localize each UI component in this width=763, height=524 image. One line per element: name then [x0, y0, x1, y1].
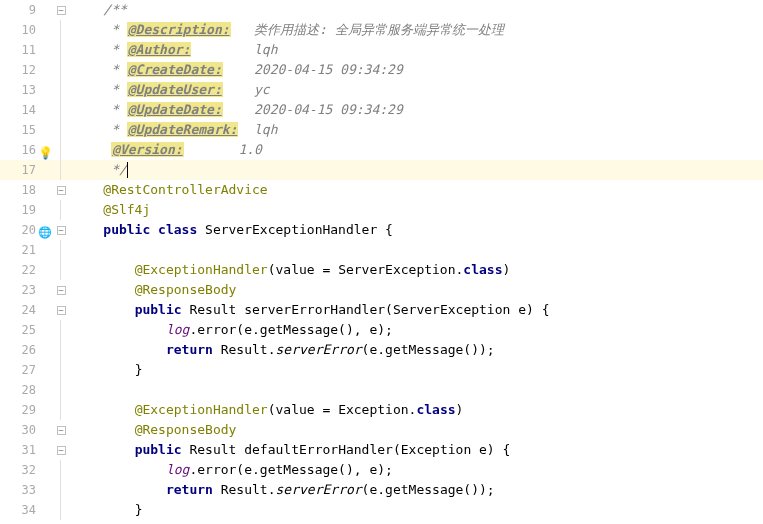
code-line[interactable]: 29 @ExceptionHandler(value = Exception.c…	[0, 400, 763, 420]
fold-gutter-cell[interactable]	[54, 140, 68, 160]
code-text[interactable]: @Version: 1.0	[68, 140, 262, 160]
fold-gutter-cell[interactable]	[54, 360, 68, 380]
line-number[interactable]: 12	[0, 60, 54, 80]
code-line[interactable]: 28	[0, 380, 763, 400]
fold-gutter-cell[interactable]	[54, 240, 68, 260]
line-number[interactable]: 25	[0, 320, 54, 340]
fold-gutter-cell[interactable]	[54, 320, 68, 340]
code-line[interactable]: 11 * @Author: lqh	[0, 40, 763, 60]
fold-gutter-cell[interactable]	[54, 200, 68, 220]
code-text[interactable]: /**	[68, 0, 127, 20]
code-text[interactable]: public Result serverErrorHandler(ServerE…	[68, 300, 549, 320]
fold-toggle-icon[interactable]: −	[57, 6, 66, 15]
code-text[interactable]: @RestControllerAdvice	[68, 180, 268, 200]
code-text[interactable]: public class ServerExceptionHandler {	[68, 220, 393, 240]
code-line[interactable]: 23 − @ResponseBody	[0, 280, 763, 300]
code-text[interactable]: * @CreateDate: 2020-04-15 09:34:29	[68, 60, 403, 80]
line-number[interactable]: 11	[0, 40, 54, 60]
line-number[interactable]: 27	[0, 360, 54, 380]
code-text[interactable]: log.error(e.getMessage(), e);	[68, 460, 393, 480]
code-line[interactable]: 15 * @UpdateRemark: lqh	[0, 120, 763, 140]
fold-gutter-cell[interactable]: −	[54, 300, 68, 320]
code-line[interactable]: 9 − /**	[0, 0, 763, 20]
fold-gutter-cell[interactable]	[54, 60, 68, 80]
line-number[interactable]: 23	[0, 280, 54, 300]
code-text[interactable]: @ExceptionHandler(value = ServerExceptio…	[68, 260, 510, 280]
fold-toggle-icon[interactable]: −	[57, 226, 66, 235]
code-text[interactable]: @Slf4j	[68, 200, 150, 220]
code-line[interactable]: 14 * @UpdateDate: 2020-04-15 09:34:29	[0, 100, 763, 120]
code-text[interactable]: * @Description: 类作用描述: 全局异常服务端异常统一处理	[68, 20, 504, 40]
fold-gutter-cell[interactable]: −	[54, 180, 68, 200]
code-text[interactable]: return Result.serverError(e.getMessage()…	[68, 480, 495, 500]
code-line[interactable]: 10 * @Description: 类作用描述: 全局异常服务端异常统一处理	[0, 20, 763, 40]
code-line[interactable]: 27 }	[0, 360, 763, 380]
fold-gutter-cell[interactable]: −	[54, 420, 68, 440]
fold-gutter-cell[interactable]	[54, 400, 68, 420]
code-text[interactable]: @ResponseBody	[68, 280, 236, 300]
fold-gutter-cell[interactable]: −	[54, 440, 68, 460]
code-line[interactable]: 24 − public Result serverErrorHandler(Se…	[0, 300, 763, 320]
fold-gutter-cell[interactable]	[54, 120, 68, 140]
code-text[interactable]: }	[68, 500, 142, 520]
fold-toggle-icon[interactable]: −	[57, 426, 66, 435]
fold-gutter-cell[interactable]	[54, 480, 68, 500]
code-text[interactable]: * @Author: lqh	[68, 40, 278, 60]
line-number[interactable]: 14	[0, 100, 54, 120]
code-line[interactable]: 18 − @RestControllerAdvice	[0, 180, 763, 200]
code-line[interactable]: 17 */	[0, 160, 763, 180]
fold-gutter-cell[interactable]	[54, 100, 68, 120]
line-number[interactable]: 30	[0, 420, 54, 440]
code-line[interactable]: 32 log.error(e.getMessage(), e);	[0, 460, 763, 480]
code-text[interactable]: * @UpdateUser: yc	[68, 80, 270, 100]
line-number[interactable]: 24	[0, 300, 54, 320]
line-number[interactable]: 10	[0, 20, 54, 40]
code-text[interactable]: }	[68, 360, 142, 380]
code-text[interactable]: * @UpdateRemark: lqh	[68, 120, 278, 140]
line-number[interactable]: 28	[0, 380, 54, 400]
fold-gutter-cell[interactable]: −	[54, 280, 68, 300]
code-text[interactable]: public Result defaultErrorHandler(Except…	[68, 440, 510, 460]
code-text[interactable]: * @UpdateDate: 2020-04-15 09:34:29	[68, 100, 403, 120]
code-editor[interactable]: 9 − /** 10 * @Description: 类作用描述: 全局异常服务…	[0, 0, 763, 524]
fold-gutter-cell[interactable]	[54, 340, 68, 360]
fold-gutter-cell[interactable]	[54, 260, 68, 280]
code-line[interactable]: 16💡 @Version: 1.0	[0, 140, 763, 160]
code-text[interactable]: */	[68, 160, 128, 180]
code-line[interactable]: 31 − public Result defaultErrorHandler(E…	[0, 440, 763, 460]
line-number[interactable]: 18	[0, 180, 54, 200]
line-number[interactable]: 20🌐	[0, 220, 54, 240]
code-text[interactable]: @ExceptionHandler(value = Exception.clas…	[68, 400, 463, 420]
line-number[interactable]: 33	[0, 480, 54, 500]
line-number[interactable]: 17	[0, 160, 54, 180]
code-line[interactable]: 21	[0, 240, 763, 260]
line-number[interactable]: 31	[0, 440, 54, 460]
fold-toggle-icon[interactable]: −	[57, 186, 66, 195]
code-line[interactable]: 33 return Result.serverError(e.getMessag…	[0, 480, 763, 500]
code-text[interactable]: return Result.serverError(e.getMessage()…	[68, 340, 495, 360]
code-text[interactable]	[68, 240, 72, 260]
code-text[interactable]	[68, 380, 72, 400]
code-line[interactable]: 34 }	[0, 500, 763, 520]
code-line[interactable]: 20🌐 − public class ServerExceptionHandle…	[0, 220, 763, 240]
line-number[interactable]: 15	[0, 120, 54, 140]
line-number[interactable]: 32	[0, 460, 54, 480]
fold-toggle-icon[interactable]: −	[57, 286, 66, 295]
fold-gutter-cell[interactable]	[54, 20, 68, 40]
fold-gutter-cell[interactable]	[54, 160, 68, 180]
line-number[interactable]: 26	[0, 340, 54, 360]
fold-gutter-cell[interactable]	[54, 500, 68, 520]
code-line[interactable]: 13 * @UpdateUser: yc	[0, 80, 763, 100]
code-line[interactable]: 22 @ExceptionHandler(value = ServerExcep…	[0, 260, 763, 280]
bulb-icon[interactable]: 💡	[38, 143, 52, 157]
fold-gutter-cell[interactable]	[54, 40, 68, 60]
fold-toggle-icon[interactable]: −	[57, 446, 66, 455]
line-number[interactable]: 9	[0, 0, 54, 20]
code-line[interactable]: 30 − @ResponseBody	[0, 420, 763, 440]
code-line[interactable]: 12 * @CreateDate: 2020-04-15 09:34:29	[0, 60, 763, 80]
fold-gutter-cell[interactable]	[54, 380, 68, 400]
line-number[interactable]: 21	[0, 240, 54, 260]
line-number[interactable]: 34	[0, 500, 54, 520]
line-number[interactable]: 16💡	[0, 140, 54, 160]
code-line[interactable]: 19 @Slf4j	[0, 200, 763, 220]
